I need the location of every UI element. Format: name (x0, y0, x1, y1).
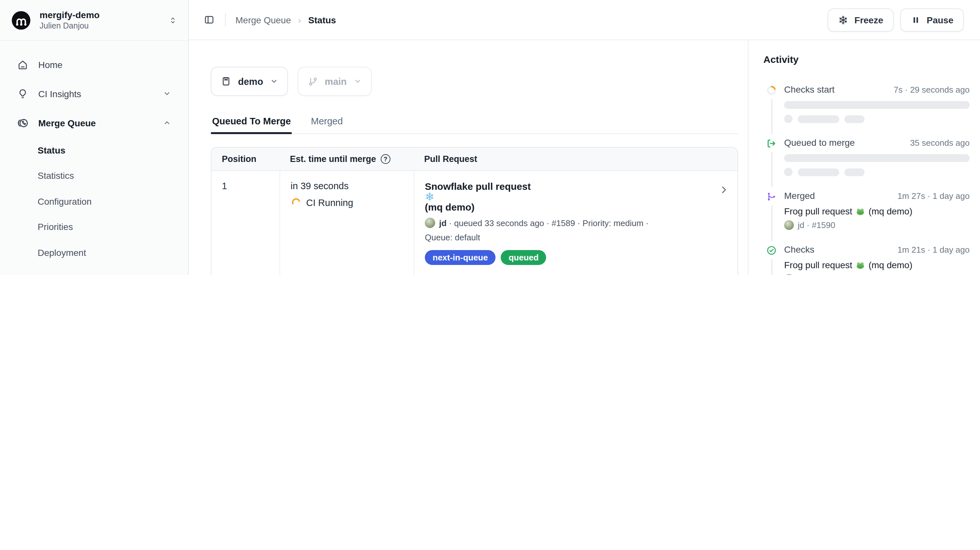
queue-tabs: Queued To Merge Merged (211, 116, 738, 134)
sidebar-item-label: Statistics (38, 171, 171, 181)
loading-skeleton (784, 154, 970, 176)
column-pull-request: Pull Request (414, 148, 737, 170)
sidebar-nav: HomeCI InsightsMerge QueueStatusStatisti… (0, 41, 188, 275)
org-switcher[interactable]: mergify-demo Julien Danjou (0, 0, 188, 41)
main-area: Merge Queue › Status Freeze (189, 0, 980, 275)
sidebar-item-status[interactable]: Status (8, 137, 180, 163)
branch-value: main (325, 76, 347, 87)
lightbulb-icon (17, 88, 29, 100)
repository-value: demo (238, 76, 263, 87)
sidebar-item-statistics[interactable]: Statistics (8, 163, 180, 189)
table-row[interactable]: 1 in 39 seconds CI Running Snowfla (212, 171, 737, 275)
snowflake-emoji (425, 192, 531, 201)
home-icon (17, 59, 29, 70)
activity-time: 35 seconds ago (910, 138, 970, 148)
activity-label: Checks start (784, 84, 835, 95)
pr-title[interactable]: Snowflake pull request (mq demo) (425, 181, 727, 212)
merge-queue-status-page: demo main (189, 40, 748, 275)
column-position: Position (212, 148, 280, 170)
activity-item-checks[interactable]: Checks1m 21s · 1 day agoFrog pull reques… (766, 244, 970, 275)
activity-label: Merged (784, 190, 815, 201)
loading-skeleton (784, 101, 970, 123)
org-owner: Julien Danjou (40, 21, 160, 31)
sidebar-item-label: Merge Protections (38, 275, 153, 275)
repository-icon (221, 76, 232, 87)
badge-queued: queued (501, 250, 546, 265)
checks-icon (766, 245, 777, 256)
sidebar-item-deployment[interactable]: Deployment (8, 240, 180, 265)
app: mergify-demo Julien Danjou HomeCI Insigh… (0, 0, 980, 275)
branch-select[interactable]: main (298, 67, 371, 96)
activity-list: Checks start7s · 29 seconds agoQueued to… (764, 84, 970, 275)
chevron-up-icon (163, 119, 171, 127)
pause-label: Pause (927, 14, 954, 25)
activity-time: 1m 27s · 1 day ago (897, 191, 970, 201)
activity-time: 1m 21s · 1 day ago (897, 245, 970, 255)
freeze-button[interactable]: Freeze (828, 8, 894, 32)
activity-title: Activity (764, 54, 970, 65)
chevron-right-icon[interactable] (719, 185, 729, 195)
avatar (784, 274, 794, 275)
breadcrumb-status: Status (309, 14, 336, 25)
activity-label: Checks (784, 244, 814, 255)
row-position: 1 (212, 171, 280, 275)
checks-text: · 0/1 checks completed · Waiting for: te… (445, 274, 600, 275)
topbar: Merge Queue › Status Freeze (189, 0, 980, 40)
avatar (425, 218, 435, 228)
org-name: mergify-demo (40, 10, 160, 21)
badge-next-in-queue: next-in-queue (425, 250, 495, 265)
activity-pr-meta: jd · #1590 (798, 274, 835, 275)
badges: next-in-queuequeued (425, 250, 727, 265)
sidebar-item-home[interactable]: Home (8, 50, 180, 79)
pause-button[interactable]: Pause (900, 8, 964, 32)
sidebar-item-label: Deployment (38, 247, 171, 258)
git-branch-icon (307, 76, 318, 87)
sidebar-item-label: Priorities (38, 222, 171, 232)
sidebar-item-merge-queue[interactable]: Merge Queue (8, 108, 180, 137)
sidebar-item-merge-protections[interactable]: Merge Protections (8, 265, 180, 275)
row-eta: in 39 seconds (291, 181, 403, 191)
activity-item-checks-start: Checks start7s · 29 seconds ago (766, 84, 970, 123)
chevron-down-icon (163, 89, 171, 98)
shield-check-icon (17, 274, 29, 275)
activity-pr-title[interactable]: Frog pull request (mq demo) (784, 260, 970, 270)
sidebar-toggle-icon[interactable] (202, 12, 216, 27)
breadcrumb-separator: › (298, 14, 301, 25)
tab-merged[interactable]: Merged (310, 116, 344, 133)
activity-panel: Activity Checks start7s · 29 seconds ago… (748, 40, 980, 275)
tab-queued-to-merge[interactable]: Queued To Merge (211, 116, 292, 133)
sidebar-item-ci-insights[interactable]: CI Insights (8, 79, 180, 108)
checks-start-icon (766, 85, 777, 96)
activity-item-queued-to-merge: Queued to merge35 seconds ago (766, 137, 970, 176)
checks-progress: 0% (433, 274, 445, 275)
activity-label: Queued to merge (784, 137, 855, 148)
sidebar-item-configuration[interactable]: Configuration (8, 189, 180, 214)
chevrons-up-down-icon (168, 15, 178, 25)
activity-pr-title[interactable]: Frog pull request (mq demo) (784, 206, 970, 216)
sidebar-item-label: Home (38, 59, 171, 70)
ci-running-spinner-icon (291, 197, 302, 208)
merged-icon (766, 191, 777, 202)
repository-select[interactable]: demo (211, 67, 288, 96)
frog-emoji (856, 260, 865, 270)
sidebar: mergify-demo Julien Danjou HomeCI Insigh… (0, 0, 189, 275)
frog-emoji (856, 206, 865, 216)
divider (225, 13, 226, 27)
help-circle-icon[interactable]: ? (381, 154, 390, 164)
chevron-down-icon (269, 77, 278, 86)
sidebar-item-label: CI Insights (38, 89, 153, 99)
ci-status: CI Running (306, 197, 353, 208)
breadcrumb-merge-queue[interactable]: Merge Queue (235, 14, 291, 25)
pr-title-text: Snowflake pull request (mq demo) (425, 181, 531, 212)
sidebar-item-label: Configuration (38, 196, 171, 207)
queue-table: Position Est. time until merge? Pull Req… (211, 147, 738, 275)
pr-meta: · queued 33 seconds ago · #1589 · Priori… (447, 218, 649, 228)
activity-item-merged[interactable]: Merged1m 27s · 1 day agoFrog pull reques… (766, 190, 970, 230)
freeze-label: Freeze (854, 14, 883, 25)
pr-author: jd (439, 218, 447, 228)
merge-queue-icon (17, 117, 29, 128)
activity-pr-meta: jd · #1590 (798, 220, 835, 230)
breadcrumb: Merge Queue › Status (235, 14, 336, 25)
sidebar-item-priorities[interactable]: Priorities (8, 214, 180, 240)
pr-queue: Queue: default (425, 233, 727, 242)
